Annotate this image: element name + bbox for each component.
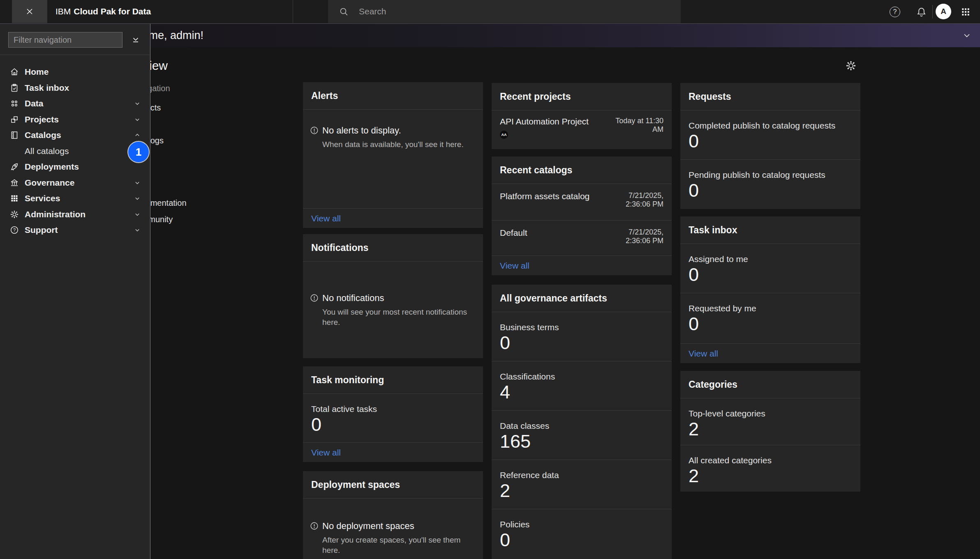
catalog-name: Platform assets catalog [500,191,589,220]
task-inbox-view-all-link[interactable]: View all [689,349,718,359]
user-avatar[interactable]: A [936,4,951,19]
notifications-button[interactable] [915,6,927,18]
deployment-spaces-card: Deployment spaces No deployment spaces A… [303,471,483,559]
metric-value: 0 [500,531,663,550]
services-grid-icon [9,193,19,203]
metric-row: Classifications 4 [492,361,672,411]
chevron-collapse-icon [130,35,141,45]
chevron-down-icon [133,194,141,202]
deployment-spaces-empty-state: No deployment spaces After you create sp… [303,520,483,555]
metric-row: Top-level categories 2 [680,398,860,445]
search-input[interactable] [358,6,623,17]
categories-card-title: Categories [680,371,860,398]
banner-collapse-button[interactable] [962,30,972,40]
sidebar-item-services[interactable]: Services [0,191,150,207]
chevron-up-icon [133,131,141,139]
notifications-card-title: Notifications [303,234,483,262]
governance-artifacts-card-title: All governance artifacts [492,285,672,312]
notifications-empty-state: No notifications You will see your most … [303,292,483,327]
sidebar-item-deployments[interactable]: Deployments [0,159,150,175]
search-icon [339,7,349,17]
nav-list: Home Task inbox Data [0,64,150,238]
rocket-icon [9,162,19,172]
help-circle-icon: ? [9,225,19,235]
metric-value: 4 [500,383,663,402]
brand-prefix: IBM [55,7,71,16]
metric-label: Completed publish to catalog requests [689,121,852,131]
deployment-spaces-card-title: Deployment spaces [303,471,483,499]
total-active-tasks-value: 0 [311,415,475,434]
collapse-navigation-button[interactable] [129,33,142,46]
app-switcher-button[interactable] [959,6,972,18]
metric-label: Requested by me [689,304,852,313]
chevron-down-icon [133,99,141,108]
metric-label: Top-level categories [689,409,852,419]
sidebar-item-task-inbox[interactable]: Task inbox [0,80,150,96]
sidebar-item-catalogs[interactable]: Catalogs [0,127,150,143]
recent-catalogs-card: Recent catalogs Platform assets catalog … [492,156,672,275]
global-search [328,0,681,23]
chevron-down-icon [133,210,141,219]
total-active-tasks-label: Total active tasks [311,404,475,414]
alerts-empty-caption: When data is available, you'll see it he… [322,139,464,150]
guide-hotspot-badge[interactable]: 1 [128,142,149,162]
metric-row: Reference data 2 [492,460,672,509]
recent-project-row[interactable]: API Automation Project AA Today at 11:30… [492,110,672,139]
metric-value: 2 [689,467,852,485]
recent-projects-card-title: Recent projects [492,83,672,110]
sidebar-item-support[interactable]: ? Support [0,222,150,238]
side-navigation: Home Task inbox Data [0,23,150,559]
alerts-card-title: Alerts [303,82,483,110]
alerts-empty-state: No alerts to display. When data is avail… [303,125,483,150]
alerts-card: Alerts No alerts to display. When data i… [303,82,483,228]
task-inbox-card-title: Task inbox [680,216,860,244]
metric-value: 2 [500,481,663,500]
help-button[interactable]: ? [889,6,901,18]
gear-icon [845,60,857,71]
sidebar-item-all-catalogs[interactable]: All catalogs [0,143,150,159]
app-switcher-grid-icon [960,7,971,17]
task-monitoring-view-all-link[interactable]: View all [311,448,341,458]
help-icon: ? [890,7,900,17]
close-menu-button[interactable] [12,0,47,23]
chevron-down-icon [133,115,141,124]
app-title: IBM Cloud Pak for Data [55,0,151,23]
notifications-card: Notifications No notifications You will … [303,234,483,358]
sidebar-item-governance[interactable]: Governance [0,175,150,191]
sidebar-item-data[interactable]: Data [0,96,150,112]
catalog-modified-time: 7/21/2025, 2:36:06 PM [614,191,663,220]
notifications-empty-title: No notifications [322,292,476,304]
app-header: IBM Cloud Pak for Data ? A [0,0,980,24]
metric-label: Pending publish to catalog requests [689,170,852,180]
dashboard-settings-button[interactable] [844,59,858,73]
catalogs-icon [9,130,19,140]
requests-card: Requests Completed publish to catalog re… [680,83,860,209]
alerts-empty-title: No alerts to display. [322,125,464,136]
projects-icon [9,115,19,124]
task-monitoring-card-title: Task monitoring [303,366,483,394]
info-icon [310,126,319,135]
catalog-modified-time: 7/21/2025, 2:36:06 PM [614,228,663,255]
sidebar-item-projects[interactable]: Projects [0,112,150,128]
metric-row: Requested by me 0 [680,293,860,343]
metric-label: Assigned to me [689,254,852,264]
metric-label: Reference data [500,470,663,480]
catalog-row[interactable]: Default 7/21/2025, 2:36:06 PM [492,221,672,255]
recent-catalogs-view-all-link[interactable]: View all [500,261,529,271]
metric-row: Completed publish to catalog requests 0 [680,110,860,160]
info-icon [310,293,319,303]
metric-label: Classifications [500,372,663,382]
sidebar-item-administration[interactable]: Administration [0,207,150,223]
task-monitoring-card: Task monitoring Total active tasks 0 Vie… [303,366,483,462]
filter-navigation-input[interactable] [8,32,122,48]
close-icon [25,7,35,16]
gear-icon [9,209,19,219]
categories-card: Categories Top-level categories 2 All cr… [680,371,860,492]
alerts-view-all-link[interactable]: View all [311,214,341,223]
chevron-down-icon [962,30,972,40]
avatar: AA [500,131,508,139]
catalog-row[interactable]: Platform assets catalog 7/21/2025, 2:36:… [492,184,672,221]
sidebar-item-home[interactable]: Home [0,64,150,80]
task-inbox-icon [9,83,19,93]
metric-label: Data classes [500,421,663,431]
